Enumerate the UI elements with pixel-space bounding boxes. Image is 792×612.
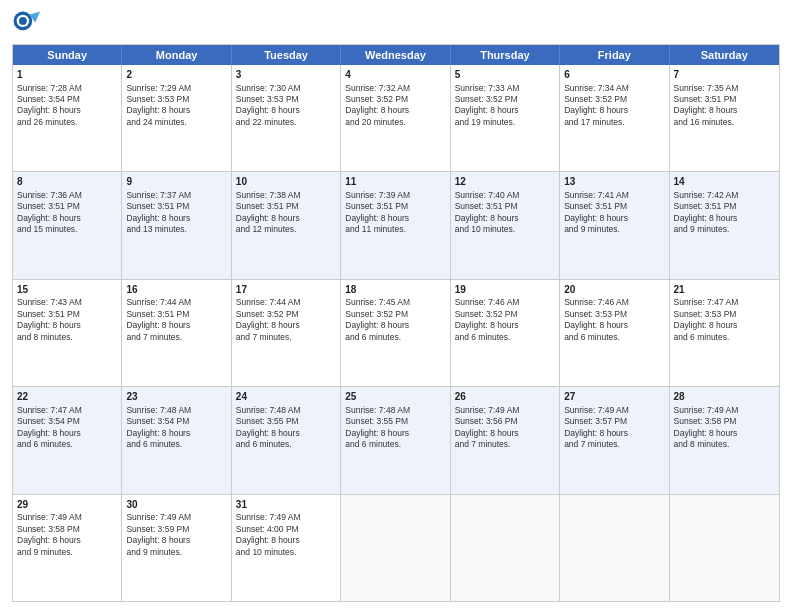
day-info-line: Sunrise: 7:33 AM (455, 83, 555, 94)
day-info-line: Sunset: 3:58 PM (17, 524, 117, 535)
day-info-line: and 11 minutes. (345, 224, 445, 235)
day-info-line: Daylight: 8 hours (17, 320, 117, 331)
day-number: 15 (17, 283, 117, 297)
day-info-line: Sunset: 3:52 PM (455, 309, 555, 320)
day-number: 20 (564, 283, 664, 297)
day-info-line: and 10 minutes. (455, 224, 555, 235)
day-number: 25 (345, 390, 445, 404)
day-cell-24: 24Sunrise: 7:48 AMSunset: 3:55 PMDayligh… (232, 387, 341, 493)
day-cell-7: 7Sunrise: 7:35 AMSunset: 3:51 PMDaylight… (670, 65, 779, 171)
day-info-line: Sunrise: 7:43 AM (17, 297, 117, 308)
day-info-line: and 6 minutes. (674, 332, 775, 343)
day-info-line: Sunset: 3:51 PM (674, 94, 775, 105)
day-info-line: Sunrise: 7:44 AM (236, 297, 336, 308)
day-info-line: Sunrise: 7:34 AM (564, 83, 664, 94)
day-info-line: Daylight: 8 hours (345, 428, 445, 439)
day-info-line: and 9 minutes. (674, 224, 775, 235)
day-info-line: Daylight: 8 hours (17, 105, 117, 116)
day-info-line: and 6 minutes. (236, 439, 336, 450)
day-number: 11 (345, 175, 445, 189)
day-info-line: Daylight: 8 hours (455, 428, 555, 439)
day-info-line: Sunset: 3:55 PM (236, 416, 336, 427)
day-info-line: Sunrise: 7:48 AM (345, 405, 445, 416)
day-info-line: Sunset: 3:51 PM (17, 309, 117, 320)
day-info-line: Sunset: 3:55 PM (345, 416, 445, 427)
day-number: 22 (17, 390, 117, 404)
day-info-line: Sunset: 3:53 PM (126, 94, 226, 105)
day-cell-20: 20Sunrise: 7:46 AMSunset: 3:53 PMDayligh… (560, 280, 669, 386)
day-info-line: Sunrise: 7:46 AM (564, 297, 664, 308)
day-info-line: Daylight: 8 hours (674, 213, 775, 224)
day-info-line: and 16 minutes. (674, 117, 775, 128)
day-info-line: Daylight: 8 hours (564, 320, 664, 331)
day-info-line: Sunrise: 7:44 AM (126, 297, 226, 308)
day-number: 23 (126, 390, 226, 404)
day-cell-27: 27Sunrise: 7:49 AMSunset: 3:57 PMDayligh… (560, 387, 669, 493)
day-info-line: Sunset: 3:51 PM (126, 201, 226, 212)
day-cell-23: 23Sunrise: 7:48 AMSunset: 3:54 PMDayligh… (122, 387, 231, 493)
day-info-line: and 7 minutes. (236, 332, 336, 343)
day-info-line: and 6 minutes. (17, 439, 117, 450)
day-info-line: Sunrise: 7:49 AM (564, 405, 664, 416)
day-info-line: and 7 minutes. (126, 332, 226, 343)
day-number: 26 (455, 390, 555, 404)
day-info-line: and 15 minutes. (17, 224, 117, 235)
day-info-line: and 8 minutes. (674, 439, 775, 450)
day-number: 9 (126, 175, 226, 189)
day-info-line: Sunrise: 7:49 AM (126, 512, 226, 523)
empty-cell (670, 495, 779, 601)
day-info-line: Sunset: 3:57 PM (564, 416, 664, 427)
day-info-line: Daylight: 8 hours (674, 105, 775, 116)
day-info-line: Daylight: 8 hours (455, 320, 555, 331)
day-cell-8: 8Sunrise: 7:36 AMSunset: 3:51 PMDaylight… (13, 172, 122, 278)
day-cell-31: 31Sunrise: 7:49 AMSunset: 4:00 PMDayligh… (232, 495, 341, 601)
day-info-line: and 6 minutes. (345, 332, 445, 343)
day-number: 17 (236, 283, 336, 297)
day-info-line: Sunset: 3:59 PM (126, 524, 226, 535)
calendar-header-row: SundayMondayTuesdayWednesdayThursdayFrid… (13, 45, 779, 65)
logo-icon (12, 10, 40, 38)
day-info-line: and 9 minutes. (564, 224, 664, 235)
day-number: 16 (126, 283, 226, 297)
day-info-line: Daylight: 8 hours (236, 320, 336, 331)
day-info-line: Sunset: 3:53 PM (674, 309, 775, 320)
day-number: 7 (674, 68, 775, 82)
day-info-line: Sunrise: 7:40 AM (455, 190, 555, 201)
day-info-line: and 19 minutes. (455, 117, 555, 128)
day-info-line: Daylight: 8 hours (564, 428, 664, 439)
day-info-line: Sunset: 3:53 PM (564, 309, 664, 320)
day-cell-21: 21Sunrise: 7:47 AMSunset: 3:53 PMDayligh… (670, 280, 779, 386)
weekday-header-monday: Monday (122, 45, 231, 65)
day-info-line: Sunrise: 7:28 AM (17, 83, 117, 94)
day-info-line: Daylight: 8 hours (674, 320, 775, 331)
day-info-line: Sunset: 3:51 PM (126, 309, 226, 320)
day-info-line: Sunset: 3:58 PM (674, 416, 775, 427)
day-info-line: Sunrise: 7:49 AM (455, 405, 555, 416)
day-number: 10 (236, 175, 336, 189)
day-cell-2: 2Sunrise: 7:29 AMSunset: 3:53 PMDaylight… (122, 65, 231, 171)
calendar-row-2: 8Sunrise: 7:36 AMSunset: 3:51 PMDaylight… (13, 171, 779, 278)
day-cell-15: 15Sunrise: 7:43 AMSunset: 3:51 PMDayligh… (13, 280, 122, 386)
calendar-body: 1Sunrise: 7:28 AMSunset: 3:54 PMDaylight… (13, 65, 779, 601)
day-info-line: Sunrise: 7:49 AM (674, 405, 775, 416)
weekday-header-saturday: Saturday (670, 45, 779, 65)
calendar-row-3: 15Sunrise: 7:43 AMSunset: 3:51 PMDayligh… (13, 279, 779, 386)
day-cell-17: 17Sunrise: 7:44 AMSunset: 3:52 PMDayligh… (232, 280, 341, 386)
day-number: 21 (674, 283, 775, 297)
day-info-line: Sunrise: 7:29 AM (126, 83, 226, 94)
day-info-line: Daylight: 8 hours (236, 105, 336, 116)
day-info-line: and 12 minutes. (236, 224, 336, 235)
day-info-line: and 22 minutes. (236, 117, 336, 128)
day-cell-10: 10Sunrise: 7:38 AMSunset: 3:51 PMDayligh… (232, 172, 341, 278)
day-info-line: Sunrise: 7:39 AM (345, 190, 445, 201)
day-info-line: Sunrise: 7:46 AM (455, 297, 555, 308)
day-info-line: and 6 minutes. (455, 332, 555, 343)
day-info-line: and 17 minutes. (564, 117, 664, 128)
day-info-line: Daylight: 8 hours (236, 213, 336, 224)
weekday-header-friday: Friday (560, 45, 669, 65)
weekday-header-tuesday: Tuesday (232, 45, 341, 65)
day-info-line: Sunset: 3:51 PM (674, 201, 775, 212)
day-cell-5: 5Sunrise: 7:33 AMSunset: 3:52 PMDaylight… (451, 65, 560, 171)
day-info-line: Daylight: 8 hours (126, 428, 226, 439)
day-cell-3: 3Sunrise: 7:30 AMSunset: 3:53 PMDaylight… (232, 65, 341, 171)
